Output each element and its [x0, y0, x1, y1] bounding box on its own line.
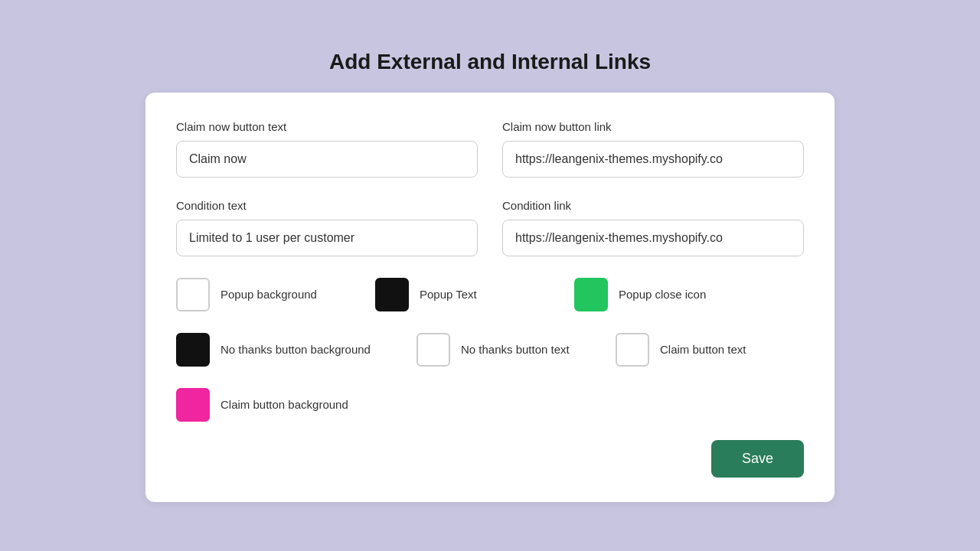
field-group-claim-link: Claim now button link	[502, 120, 804, 178]
row-claim: Claim now button text Claim now button l…	[176, 120, 804, 178]
field-group-claim-text: Claim now button text	[176, 120, 478, 178]
color-item-popup-background: Popup background	[176, 278, 329, 311]
field-group-condition-text: Condition text	[176, 199, 478, 256]
claim-now-link-label: Claim now button link	[502, 120, 804, 133]
popup-text-label: Popup Text	[420, 288, 477, 301]
footer-row: Save	[176, 440, 804, 478]
claim-now-link-input[interactable]	[502, 141, 804, 178]
main-card: Claim now button text Claim now button l…	[145, 93, 835, 502]
condition-text-input[interactable]	[176, 220, 478, 256]
no-thanks-bg-label: No thanks button background	[220, 343, 371, 356]
claim-button-bg-swatch[interactable]	[176, 388, 210, 422]
condition-link-input[interactable]	[502, 220, 804, 256]
popup-background-label: Popup background	[220, 288, 317, 301]
no-thanks-text-swatch[interactable]	[416, 333, 450, 367]
color-section: Popup background Popup Text Popup close …	[176, 278, 804, 422]
claim-button-bg-label: Claim button background	[220, 398, 348, 411]
popup-text-swatch[interactable]	[375, 278, 409, 311]
claim-now-input[interactable]	[176, 141, 478, 178]
color-item-no-thanks-text: No thanks button text	[416, 333, 570, 367]
color-item-claim-button-bg: Claim button background	[176, 388, 348, 422]
color-item-popup-text: Popup Text	[375, 278, 528, 311]
color-item-no-thanks-bg: No thanks button background	[176, 333, 371, 367]
color-item-popup-close-icon: Popup close icon	[574, 278, 727, 311]
condition-link-label: Condition link	[502, 199, 804, 212]
popup-close-icon-label: Popup close icon	[619, 288, 706, 301]
field-group-condition-link: Condition link	[502, 199, 804, 256]
claim-button-text-label: Claim button text	[660, 343, 746, 356]
color-item-claim-button-text: Claim button text	[616, 333, 769, 367]
page-title: Add External and Internal Links	[329, 50, 651, 74]
condition-text-label: Condition text	[176, 199, 478, 212]
popup-close-icon-swatch[interactable]	[574, 278, 608, 311]
popup-background-swatch[interactable]	[176, 278, 210, 311]
no-thanks-bg-swatch[interactable]	[176, 333, 210, 367]
row-condition: Condition text Condition link	[176, 199, 804, 256]
claim-now-label: Claim now button text	[176, 120, 478, 133]
no-thanks-text-label: No thanks button text	[461, 343, 570, 356]
claim-button-text-swatch[interactable]	[616, 333, 649, 367]
save-button[interactable]: Save	[711, 440, 804, 478]
